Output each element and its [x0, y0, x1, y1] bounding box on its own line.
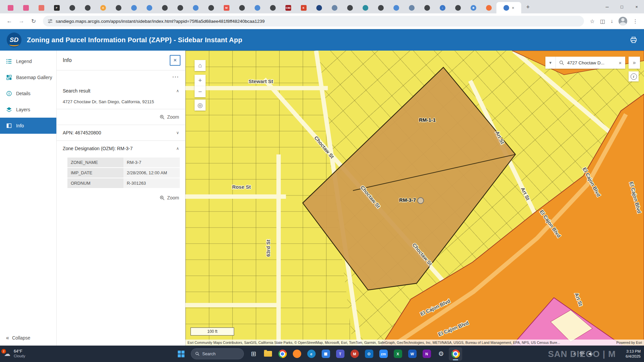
- taskbar-security-icon[interactable]: M: [348, 347, 361, 361]
- desktop-screen: F4MCBIE↓⊕× + ─ □ × ← → ↻ sandiego.maps.a…: [0, 0, 644, 362]
- browser-tab[interactable]: [388, 2, 404, 13]
- sidebar-item-legend[interactable]: Legend: [0, 53, 56, 69]
- collapse-search-button[interactable]: »: [629, 57, 640, 69]
- taskbar-settings-icon[interactable]: ⚙: [434, 347, 448, 361]
- url-bar[interactable]: sandiego.maps.arcgis.com/apps/instant/si…: [43, 16, 584, 26]
- zoom-to-zone-button[interactable]: Zoom: [57, 190, 185, 205]
- close-panel-button[interactable]: ×: [170, 55, 180, 66]
- taskbar-onenote-icon[interactable]: N: [420, 347, 433, 361]
- home-extent-button[interactable]: ⌂: [195, 60, 206, 71]
- options-menu-icon[interactable]: ⋯: [172, 73, 179, 81]
- tab-close-icon[interactable]: ×: [512, 5, 515, 10]
- map-search-input[interactable]: [567, 60, 615, 66]
- browser-tab[interactable]: [188, 2, 203, 13]
- reload-icon[interactable]: ↻: [28, 16, 39, 26]
- zoom-to-result-button[interactable]: Zoom: [57, 109, 185, 125]
- browser-tab[interactable]: [419, 2, 435, 13]
- browser-tab[interactable]: ⊕: [466, 2, 481, 13]
- sidebar-item-info[interactable]: Info: [0, 118, 56, 134]
- browser-tab[interactable]: [126, 2, 142, 13]
- collapse-sidebar-button[interactable]: «Collapse: [6, 335, 30, 341]
- browser-tab[interactable]: [404, 2, 419, 13]
- browser-tab[interactable]: [203, 2, 219, 13]
- map-info-button[interactable]: i: [629, 71, 639, 81]
- weather-widget[interactable]: ☁2 64°F Cloudy: [4, 346, 25, 362]
- browser-tab[interactable]: [373, 2, 388, 13]
- taskbar-outlook-icon[interactable]: O: [362, 347, 376, 361]
- print-icon[interactable]: [630, 36, 637, 44]
- taskbar-teams-icon[interactable]: T: [333, 347, 347, 361]
- browser-tab[interactable]: [450, 2, 466, 13]
- browser-tab[interactable]: [157, 2, 172, 13]
- browser-tab[interactable]: CBI: [280, 2, 296, 13]
- taskbar-firefox-icon[interactable]: [290, 347, 304, 361]
- browser-tab[interactable]: [172, 2, 188, 13]
- browser-tab[interactable]: ↓: [435, 2, 450, 13]
- taskbar-store-icon[interactable]: ▦: [319, 347, 332, 361]
- browser-tab[interactable]: [311, 2, 327, 13]
- profile-avatar[interactable]: [619, 17, 627, 25]
- taskbar-search[interactable]: Search: [191, 348, 244, 359]
- sidebar-item-details[interactable]: Details: [0, 85, 56, 102]
- downloads-icon[interactable]: ↓: [610, 18, 613, 24]
- search-source-dropdown[interactable]: ▼: [545, 57, 556, 69]
- maximize-icon[interactable]: □: [614, 0, 629, 13]
- browser-tab[interactable]: [80, 2, 95, 13]
- taskbar-clock[interactable]: 3:13 PM 6/4/2025: [626, 346, 641, 362]
- taskbar-zoom-icon[interactable]: zm: [377, 347, 390, 361]
- powered-by-esri[interactable]: Powered by Esri: [612, 341, 642, 345]
- browser-tab[interactable]: [358, 2, 373, 13]
- back-icon[interactable]: ←: [4, 16, 15, 26]
- browser-tab[interactable]: [18, 2, 34, 13]
- browser-tab[interactable]: [64, 2, 80, 13]
- side-panel-icon[interactable]: ◫: [600, 18, 605, 24]
- apn-section-toggle[interactable]: APN: 4674520800 ∨: [57, 125, 185, 140]
- browser-tab[interactable]: [265, 2, 280, 13]
- minimize-icon[interactable]: ─: [600, 0, 614, 13]
- wifi-icon[interactable]: [579, 352, 585, 356]
- browser-tab[interactable]: [3, 2, 18, 13]
- sidebar-item-basemap-gallery[interactable]: Basemap Gallery: [0, 69, 56, 85]
- browser-tab[interactable]: [111, 2, 126, 13]
- forward-icon[interactable]: →: [16, 16, 27, 26]
- zoning-map-canvas[interactable]: RM-1-1RM-3-7 Stewart StRose St63rd StCho…: [185, 51, 644, 346]
- browser-tab[interactable]: [234, 2, 250, 13]
- bookmark-star-icon[interactable]: ☆: [590, 18, 595, 24]
- browser-tab[interactable]: F: [49, 2, 64, 13]
- zoom-out-button[interactable]: −: [195, 86, 206, 97]
- new-tab-button[interactable]: +: [523, 2, 533, 12]
- zone-section-toggle[interactable]: Zone Designation (OZM): RM-3-7 ∧: [57, 141, 185, 156]
- volume-icon[interactable]: [588, 352, 594, 356]
- browser-tab[interactable]: [481, 2, 496, 13]
- browser-tab[interactable]: [342, 2, 358, 13]
- taskbar-task-view-icon[interactable]: ⊞: [247, 347, 260, 361]
- taskbar-word-icon[interactable]: W: [406, 347, 419, 361]
- browser-tab[interactable]: 4: [95, 2, 111, 13]
- search-result-marker[interactable]: [418, 198, 424, 204]
- menu-kebab-icon[interactable]: ⋮: [633, 18, 638, 24]
- search-result-section-toggle[interactable]: Search result ∧: [57, 83, 185, 99]
- sidebar-item-layers[interactable]: Layers: [0, 102, 56, 118]
- taskbar-edge-icon[interactable]: e: [305, 347, 318, 361]
- map-viewport[interactable]: RM-1-1RM-3-7 Stewart StRose St63rd StCho…: [185, 51, 644, 346]
- browser-tab[interactable]: [34, 2, 49, 13]
- taskbar-chrome-icon[interactable]: [276, 347, 289, 361]
- browser-tab[interactable]: [250, 2, 265, 13]
- site-settings-icon[interactable]: [48, 19, 53, 24]
- taskbar-excel-icon[interactable]: X: [391, 347, 405, 361]
- tray-chevron-up-icon[interactable]: ∧: [573, 352, 576, 356]
- zoom-in-button[interactable]: +: [195, 75, 206, 86]
- browser-tab[interactable]: [142, 2, 157, 13]
- browser-tab[interactable]: [327, 2, 342, 13]
- url-text[interactable]: sandiego.maps.arcgis.com/apps/instant/si…: [56, 19, 265, 24]
- start-button[interactable]: [174, 347, 188, 361]
- chevron-up-icon: ∧: [176, 146, 179, 151]
- close-window-icon[interactable]: ×: [629, 0, 644, 13]
- taskbar-file-explorer-icon[interactable]: [261, 347, 275, 361]
- clear-search-icon[interactable]: ×: [615, 60, 625, 66]
- browser-tab[interactable]: E: [296, 2, 311, 13]
- browser-tab[interactable]: M: [219, 2, 234, 13]
- browser-tab-active[interactable]: ×: [496, 2, 521, 13]
- taskbar-chrome-active-icon[interactable]: [449, 347, 462, 361]
- locate-button[interactable]: ◎: [195, 100, 206, 111]
